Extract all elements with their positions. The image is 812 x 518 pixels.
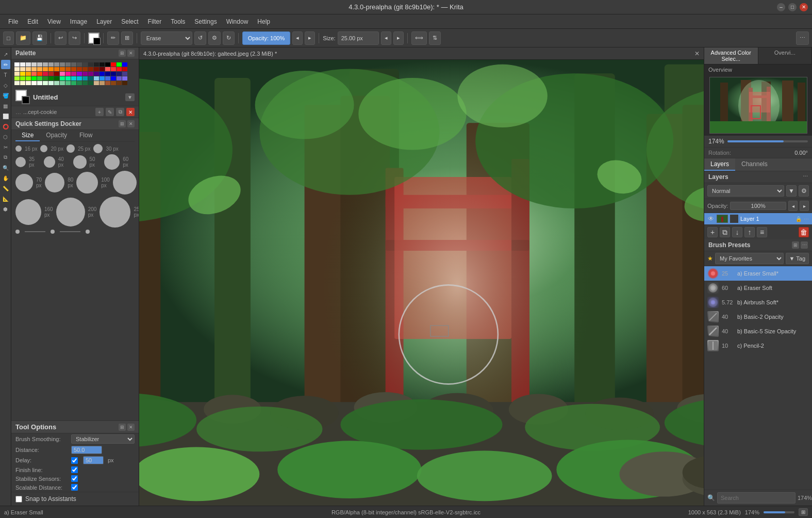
grid-button[interactable]: ⊞ <box>121 31 133 45</box>
color-cell[interactable] <box>77 67 82 71</box>
brush-circle-160[interactable] <box>15 199 41 225</box>
color-cell[interactable] <box>31 62 37 67</box>
maximize-button[interactable]: □ <box>788 3 797 11</box>
menu-settings[interactable]: Settings <box>190 17 221 27</box>
color-cell[interactable] <box>48 62 54 67</box>
brush-circle-200[interactable] <box>56 198 85 226</box>
color-cell[interactable] <box>65 76 71 80</box>
color-cell[interactable] <box>105 81 110 85</box>
color-cell[interactable] <box>111 76 116 80</box>
tab-flow[interactable]: Flow <box>73 130 98 141</box>
opacity-button[interactable]: Opacity: 100% <box>242 31 291 45</box>
blend-mode-select[interactable]: Normal Multiply Screen Overlay <box>707 185 784 197</box>
color-cell[interactable] <box>54 62 59 67</box>
color-cell[interactable] <box>82 62 88 67</box>
brush-preset-pencil[interactable]: 10 c) Pencil-2 <box>704 338 812 353</box>
color-cell[interactable] <box>60 67 65 71</box>
menu-edit[interactable]: Edit <box>23 17 42 27</box>
color-cell[interactable] <box>43 67 48 71</box>
brush-circle-extra2[interactable] <box>51 230 55 234</box>
color-cell[interactable] <box>100 76 105 80</box>
snap-label[interactable]: Snap to Assistants <box>15 495 135 503</box>
color-cell[interactable] <box>54 76 59 80</box>
tool-text[interactable]: T <box>1 70 10 79</box>
more-button[interactable]: ⋯ <box>796 31 809 45</box>
layer-lock-button[interactable]: 🔒 <box>796 216 802 222</box>
new-document-button[interactable]: □ <box>3 31 14 45</box>
tool-options-close[interactable]: ✕ <box>127 424 135 431</box>
color-cell[interactable] <box>48 72 54 76</box>
color-cell[interactable] <box>105 62 110 67</box>
open-button[interactable]: 📁 <box>16 31 30 45</box>
tool-select-rect[interactable]: ⬜ <box>1 111 10 121</box>
color-cell[interactable] <box>77 76 82 80</box>
brush-preset-basic2[interactable]: 40 b) Basic-2 Opacity <box>704 310 812 324</box>
tab-advanced-color[interactable]: Advanced Color Selec... <box>704 47 758 64</box>
layers-settings-button[interactable]: ⚙ <box>799 185 809 197</box>
color-cell[interactable] <box>94 67 99 71</box>
color-cell[interactable] <box>43 81 48 85</box>
delay-checkbox[interactable] <box>71 457 78 464</box>
color-cell[interactable] <box>88 62 93 67</box>
background-swatch[interactable] <box>22 96 30 104</box>
settings-button[interactable]: ⚙ <box>208 31 221 45</box>
color-cell[interactable] <box>100 62 105 67</box>
color-cell[interactable] <box>20 67 25 71</box>
menu-view[interactable]: View <box>43 17 65 27</box>
color-cell[interactable] <box>14 72 20 76</box>
brush-presets-grid[interactable]: ⊞ <box>792 241 799 249</box>
brush-slider[interactable] <box>25 231 45 232</box>
layer-options-button[interactable]: ⋯ <box>804 216 809 222</box>
brush-circle-extra1[interactable] <box>15 230 20 234</box>
brush-circle-100[interactable] <box>76 172 98 193</box>
opacity-down-button[interactable]: ◂ <box>788 201 798 211</box>
color-cell[interactable] <box>20 81 25 85</box>
brush-preset-basic5[interactable]: 40 b) Basic-5 Size Opacity <box>704 324 812 338</box>
color-cell[interactable] <box>43 62 48 67</box>
color-cell[interactable] <box>26 67 31 71</box>
tool-crop[interactable]: ⧉ <box>1 153 10 162</box>
search-input[interactable] <box>717 492 796 504</box>
color-cell[interactable] <box>14 76 20 80</box>
color-cell[interactable] <box>117 67 122 71</box>
color-cell[interactable] <box>14 67 20 71</box>
edit-palette-button[interactable]: ✎ <box>106 108 114 116</box>
color-cell[interactable] <box>122 76 127 80</box>
brush-circle-70[interactable] <box>15 174 33 191</box>
delay-input[interactable] <box>83 456 104 464</box>
color-cell[interactable] <box>111 72 116 76</box>
tool-paint[interactable]: ✏ <box>1 60 10 69</box>
brush-preset-eraser-soft[interactable]: 60 a) Eraser Soft <box>704 281 812 295</box>
tool-gradient[interactable]: ▦ <box>1 101 10 110</box>
color-cell[interactable] <box>26 62 31 67</box>
color-cell[interactable] <box>20 72 25 76</box>
opacity-down-button[interactable]: ◂ <box>292 31 303 45</box>
undo-button[interactable]: ↩ <box>55 31 67 45</box>
canvas-close-button[interactable]: ✕ <box>694 50 700 57</box>
menu-window[interactable]: Window <box>222 17 253 27</box>
tool-measure[interactable]: 📏 <box>1 184 10 193</box>
menu-layer[interactable]: Layer <box>92 17 116 27</box>
color-cell[interactable] <box>71 81 76 85</box>
color-cell[interactable] <box>88 72 93 76</box>
brush-toggle[interactable]: ✏ <box>107 31 119 45</box>
color-cell[interactable] <box>82 76 88 80</box>
color-cell[interactable] <box>65 72 71 76</box>
color-cell[interactable] <box>37 67 42 71</box>
copy-palette-button[interactable]: ⧉ <box>116 108 124 116</box>
menu-select[interactable]: Select <box>117 17 142 27</box>
color-cell[interactable] <box>122 81 127 85</box>
color-cell[interactable] <box>71 72 76 76</box>
color-cell[interactable] <box>26 81 31 85</box>
color-cell[interactable] <box>105 76 110 80</box>
color-cell[interactable] <box>65 81 71 85</box>
opacity-up-button[interactable]: ▸ <box>800 201 809 211</box>
color-cell[interactable] <box>31 72 37 76</box>
finish-line-checkbox[interactable] <box>71 466 78 473</box>
color-cell[interactable] <box>31 67 37 71</box>
tool-fill[interactable]: 🪣 <box>1 91 10 100</box>
delete-palette-button[interactable]: ✕ <box>126 108 135 116</box>
color-cell[interactable] <box>54 67 59 71</box>
color-cell[interactable] <box>48 67 54 71</box>
color-cell[interactable] <box>37 72 42 76</box>
